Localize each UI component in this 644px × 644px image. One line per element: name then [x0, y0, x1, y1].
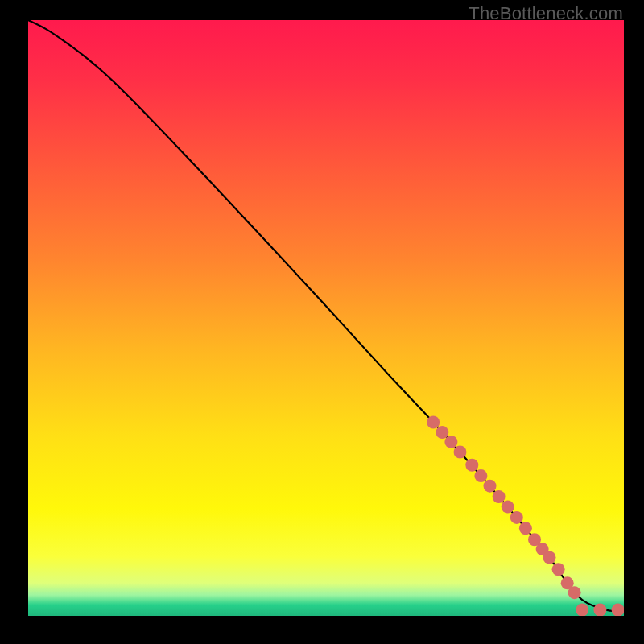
marker-dot — [510, 511, 523, 524]
marker-dot — [436, 426, 448, 439]
watermark-text: TheBottleneck.com — [469, 3, 623, 24]
marker-dot — [543, 551, 556, 564]
marker-dot — [474, 469, 487, 482]
marker-dot — [568, 586, 581, 599]
marker-dot — [454, 446, 467, 459]
chart-frame: TheBottleneck.com — [0, 0, 644, 644]
gradient-background — [28, 20, 624, 616]
marker-dot — [502, 501, 514, 514]
marker-dot — [593, 604, 606, 616]
plot-area — [28, 20, 624, 616]
marker-dot — [493, 490, 506, 503]
marker-dot — [552, 563, 565, 576]
marker-dot — [519, 522, 532, 535]
marker-dot — [444, 436, 457, 448]
chart-svg — [28, 20, 624, 616]
marker-dot — [465, 459, 478, 472]
marker-dot — [484, 480, 497, 493]
marker-dot — [427, 416, 440, 429]
marker-dot — [576, 604, 588, 616]
